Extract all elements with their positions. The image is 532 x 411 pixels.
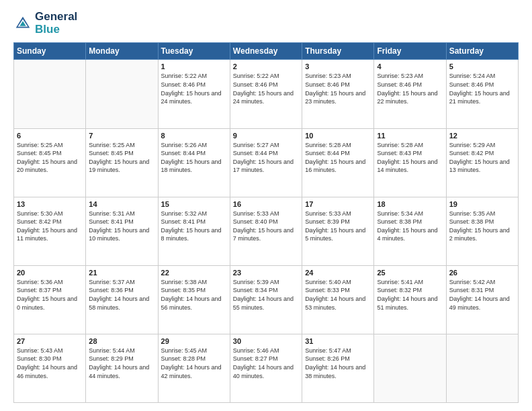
calendar-day: 25Sunrise: 5:41 AMSunset: 8:32 PMDayligh… [374, 265, 446, 334]
calendar-day: 6Sunrise: 5:25 AMSunset: 8:45 PMDaylight… [14, 128, 86, 197]
day-number: 3 [305, 62, 371, 71]
day-number: 11 [377, 132, 443, 140]
calendar-day: 4Sunrise: 5:23 AMSunset: 8:46 PMDaylight… [374, 60, 446, 128]
day-info: Sunrise: 5:24 AMSunset: 8:46 PMDaylight:… [449, 72, 515, 105]
day-number: 25 [377, 269, 443, 277]
day-info: Sunrise: 5:32 AMSunset: 8:41 PMDaylight:… [161, 210, 227, 243]
calendar-day: 13Sunrise: 5:30 AMSunset: 8:42 PMDayligh… [14, 197, 86, 265]
calendar-day: 31Sunrise: 5:47 AMSunset: 8:26 PMDayligh… [302, 334, 374, 402]
day-info: Sunrise: 5:22 AMSunset: 8:46 PMDaylight:… [233, 72, 299, 105]
day-info: Sunrise: 5:46 AMSunset: 8:27 PMDaylight:… [233, 347, 299, 380]
day-number: 10 [305, 132, 371, 140]
day-number: 4 [377, 62, 443, 71]
day-info: Sunrise: 5:34 AMSunset: 8:38 PMDaylight:… [377, 210, 443, 243]
day-number: 9 [233, 132, 299, 140]
weekday-header-sunday: Sunday [14, 43, 86, 60]
calendar-table: SundayMondayTuesdayWednesdayThursdayFrid… [13, 42, 519, 403]
day-number: 14 [89, 200, 154, 208]
calendar-day [86, 60, 158, 128]
calendar-week-3: 13Sunrise: 5:30 AMSunset: 8:42 PMDayligh… [14, 197, 519, 265]
day-info: Sunrise: 5:44 AMSunset: 8:29 PMDaylight:… [89, 347, 154, 380]
day-info: Sunrise: 5:27 AMSunset: 8:44 PMDaylight:… [233, 141, 299, 175]
calendar-day: 30Sunrise: 5:46 AMSunset: 8:27 PMDayligh… [230, 334, 302, 402]
day-number: 18 [377, 200, 443, 208]
weekday-header-wednesday: Wednesday [230, 43, 302, 60]
calendar-day: 18Sunrise: 5:34 AMSunset: 8:38 PMDayligh… [374, 197, 446, 265]
day-number: 27 [17, 337, 83, 345]
weekday-header-monday: Monday [86, 43, 158, 60]
day-info: Sunrise: 5:35 AMSunset: 8:38 PMDaylight:… [449, 210, 515, 243]
header: General Blue [13, 11, 519, 36]
day-number: 17 [305, 200, 371, 208]
day-number: 23 [233, 269, 299, 277]
calendar-day: 27Sunrise: 5:43 AMSunset: 8:30 PMDayligh… [14, 334, 86, 402]
day-number: 29 [161, 337, 227, 345]
calendar-week-1: 1Sunrise: 5:22 AMSunset: 8:46 PMDaylight… [14, 60, 519, 128]
calendar-day: 29Sunrise: 5:45 AMSunset: 8:28 PMDayligh… [158, 334, 230, 402]
day-number: 1 [161, 62, 227, 71]
day-info: Sunrise: 5:28 AMSunset: 8:43 PMDaylight:… [377, 141, 443, 175]
calendar-week-5: 27Sunrise: 5:43 AMSunset: 8:30 PMDayligh… [14, 334, 519, 402]
day-number: 7 [89, 132, 154, 140]
calendar-day: 23Sunrise: 5:39 AMSunset: 8:34 PMDayligh… [230, 265, 302, 334]
calendar-day: 17Sunrise: 5:33 AMSunset: 8:39 PMDayligh… [302, 197, 374, 265]
day-info: Sunrise: 5:33 AMSunset: 8:40 PMDaylight:… [233, 210, 299, 243]
weekday-header-thursday: Thursday [302, 43, 374, 60]
page: General Blue SundayMondayTuesdayWednesda… [0, 0, 532, 411]
calendar-day: 12Sunrise: 5:29 AMSunset: 8:42 PMDayligh… [446, 128, 518, 197]
day-number: 26 [449, 269, 515, 277]
day-info: Sunrise: 5:25 AMSunset: 8:45 PMDaylight:… [17, 141, 83, 175]
day-number: 8 [161, 132, 227, 140]
day-info: Sunrise: 5:42 AMSunset: 8:31 PMDaylight:… [449, 278, 515, 312]
day-number: 12 [449, 132, 515, 140]
calendar-day: 16Sunrise: 5:33 AMSunset: 8:40 PMDayligh… [230, 197, 302, 265]
day-info: Sunrise: 5:30 AMSunset: 8:42 PMDaylight:… [17, 210, 83, 243]
calendar-day: 2Sunrise: 5:22 AMSunset: 8:46 PMDaylight… [230, 60, 302, 128]
day-number: 16 [233, 200, 299, 208]
day-number: 6 [17, 132, 83, 140]
calendar-day: 3Sunrise: 5:23 AMSunset: 8:46 PMDaylight… [302, 60, 374, 128]
day-info: Sunrise: 5:38 AMSunset: 8:35 PMDaylight:… [161, 278, 227, 312]
calendar-day: 10Sunrise: 5:28 AMSunset: 8:44 PMDayligh… [302, 128, 374, 197]
calendar-day: 28Sunrise: 5:44 AMSunset: 8:29 PMDayligh… [86, 334, 158, 402]
logo-icon [13, 14, 32, 33]
day-number: 31 [305, 337, 371, 345]
day-info: Sunrise: 5:29 AMSunset: 8:42 PMDaylight:… [449, 141, 515, 175]
day-number: 2 [233, 62, 299, 71]
calendar-day: 1Sunrise: 5:22 AMSunset: 8:46 PMDaylight… [158, 60, 230, 128]
calendar-day: 9Sunrise: 5:27 AMSunset: 8:44 PMDaylight… [230, 128, 302, 197]
day-info: Sunrise: 5:40 AMSunset: 8:33 PMDaylight:… [305, 278, 371, 312]
day-number: 13 [17, 200, 83, 208]
day-info: Sunrise: 5:33 AMSunset: 8:39 PMDaylight:… [305, 210, 371, 243]
day-info: Sunrise: 5:37 AMSunset: 8:36 PMDaylight:… [89, 278, 154, 312]
day-number: 22 [161, 269, 227, 277]
day-info: Sunrise: 5:41 AMSunset: 8:32 PMDaylight:… [377, 278, 443, 312]
calendar-day: 11Sunrise: 5:28 AMSunset: 8:43 PMDayligh… [374, 128, 446, 197]
calendar-day: 22Sunrise: 5:38 AMSunset: 8:35 PMDayligh… [158, 265, 230, 334]
logo: General Blue [13, 11, 77, 36]
weekday-header-saturday: Saturday [446, 43, 518, 60]
day-info: Sunrise: 5:22 AMSunset: 8:46 PMDaylight:… [161, 72, 227, 105]
day-number: 21 [89, 269, 154, 277]
day-info: Sunrise: 5:23 AMSunset: 8:46 PMDaylight:… [305, 72, 371, 105]
day-number: 28 [89, 337, 154, 345]
day-info: Sunrise: 5:45 AMSunset: 8:28 PMDaylight:… [161, 347, 227, 380]
day-info: Sunrise: 5:47 AMSunset: 8:26 PMDaylight:… [305, 347, 371, 380]
calendar-day: 21Sunrise: 5:37 AMSunset: 8:36 PMDayligh… [86, 265, 158, 334]
day-info: Sunrise: 5:26 AMSunset: 8:44 PMDaylight:… [161, 141, 227, 175]
day-number: 5 [449, 62, 515, 71]
calendar-day: 7Sunrise: 5:25 AMSunset: 8:45 PMDaylight… [86, 128, 158, 197]
calendar-day: 14Sunrise: 5:31 AMSunset: 8:41 PMDayligh… [86, 197, 158, 265]
day-number: 20 [17, 269, 83, 277]
weekday-header-friday: Friday [374, 43, 446, 60]
calendar-week-4: 20Sunrise: 5:36 AMSunset: 8:37 PMDayligh… [14, 265, 519, 334]
calendar-day: 20Sunrise: 5:36 AMSunset: 8:37 PMDayligh… [14, 265, 86, 334]
day-number: 19 [449, 200, 515, 208]
calendar-day: 19Sunrise: 5:35 AMSunset: 8:38 PMDayligh… [446, 197, 518, 265]
weekday-header-row: SundayMondayTuesdayWednesdayThursdayFrid… [14, 43, 519, 60]
day-info: Sunrise: 5:39 AMSunset: 8:34 PMDaylight:… [233, 278, 299, 312]
day-number: 24 [305, 269, 371, 277]
calendar-day [446, 334, 518, 402]
calendar-day: 8Sunrise: 5:26 AMSunset: 8:44 PMDaylight… [158, 128, 230, 197]
weekday-header-tuesday: Tuesday [158, 43, 230, 60]
